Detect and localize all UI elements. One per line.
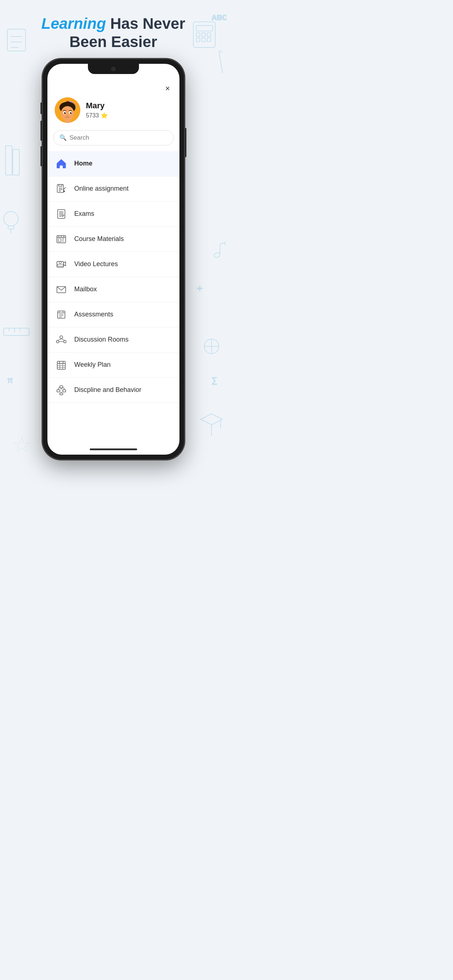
svg-rect-106 [63, 390, 65, 392]
search-icon: 🔍 [59, 134, 67, 141]
menu-label-online-assignment: Online assignment [74, 185, 129, 192]
svg-rect-105 [57, 390, 60, 392]
svg-line-13 [219, 51, 222, 73]
menu-item-weekly-plan[interactable]: Weekly Plan [48, 353, 179, 378]
menu-item-mailbox[interactable]: Mailbox [48, 277, 179, 302]
svg-rect-5 [196, 25, 213, 31]
menu-label-assessments: Assessments [74, 310, 113, 318]
search-bar[interactable]: 🔍 [53, 130, 174, 145]
discipline-behavior-icon [55, 383, 68, 397]
svg-point-55 [67, 115, 68, 116]
user-points: 5733 ⭐ [86, 112, 108, 119]
home-bar [48, 444, 179, 455]
svg-text:∑: ∑ [212, 375, 217, 385]
menu-label-discussion-rooms: Discussion Rooms [74, 336, 129, 344]
close-button[interactable]: × [162, 83, 174, 94]
svg-line-93 [57, 339, 61, 340]
search-input[interactable] [70, 134, 167, 142]
svg-rect-22 [5, 146, 12, 175]
menu-list: Home [48, 151, 179, 444]
svg-rect-107 [60, 393, 63, 395]
svg-rect-8 [207, 33, 211, 37]
svg-point-28 [4, 212, 18, 226]
svg-point-91 [56, 340, 59, 343]
power-button [185, 128, 187, 157]
svg-rect-29 [8, 226, 14, 229]
svg-line-94 [61, 339, 65, 340]
menu-label-exams: Exams [74, 210, 94, 218]
svg-rect-56 [65, 120, 70, 123]
menu-item-course-materials[interactable]: Course Materials [48, 227, 179, 252]
menu-item-exams[interactable]: Exams [48, 202, 179, 227]
svg-rect-7 [202, 33, 205, 37]
header-line2: Been Easier [69, 33, 157, 50]
svg-rect-6 [196, 33, 200, 37]
assessments-icon [55, 308, 68, 321]
svg-point-90 [60, 336, 63, 339]
svg-point-53 [65, 112, 65, 113]
volume-down-button [40, 146, 42, 166]
user-name: Mary [86, 101, 108, 110]
svg-marker-24 [201, 414, 222, 425]
svg-rect-59 [59, 185, 62, 186]
mute-button [40, 102, 42, 114]
svg-rect-72 [58, 239, 61, 242]
phone-screen: × [48, 64, 179, 455]
svg-rect-9 [196, 38, 200, 41]
course-materials-icon [55, 232, 68, 246]
user-info: Mary 5733 ⭐ [86, 101, 108, 119]
svg-point-80 [59, 261, 61, 264]
svg-rect-81 [57, 264, 64, 266]
svg-text:ABC: ABC [212, 13, 226, 22]
menu-item-video-lectures[interactable]: Video Lectures [48, 252, 179, 277]
svg-marker-27 [14, 438, 29, 452]
camera [111, 67, 116, 71]
header-highlight: Learning [41, 15, 106, 32]
menu-item-online-assignment[interactable]: Online assignment [48, 177, 179, 202]
notch [88, 64, 139, 74]
menu-item-assessments[interactable]: Assessments [48, 302, 179, 328]
weekly-plan-icon [55, 358, 68, 372]
video-lectures-icon [55, 258, 68, 271]
menu-item-home[interactable]: Home [48, 151, 179, 177]
svg-text:π: π [7, 375, 13, 385]
menu-label-discipline-behavior: Discpline and Behavior [74, 386, 142, 394]
menu-label-video-lectures: Video Lectures [74, 260, 118, 268]
svg-rect-10 [202, 38, 205, 41]
phone-frame: × [42, 59, 185, 460]
svg-point-52 [70, 112, 72, 114]
menu-label-weekly-plan: Weekly Plan [74, 361, 111, 369]
svg-point-31 [214, 252, 220, 258]
header: Learning Has Never Been Easier [41, 14, 185, 51]
mailbox-icon [55, 283, 68, 296]
svg-point-51 [64, 112, 65, 114]
avatar [55, 97, 80, 123]
svg-point-54 [71, 112, 72, 113]
svg-rect-23 [13, 150, 19, 175]
menu-item-discussion-rooms[interactable]: Discussion Rooms [48, 328, 179, 353]
close-button-area: × [48, 80, 179, 94]
svg-line-33 [220, 242, 225, 244]
svg-rect-57 [60, 165, 63, 168]
svg-point-92 [64, 340, 66, 343]
svg-rect-15 [4, 328, 29, 336]
svg-rect-104 [60, 386, 63, 388]
user-profile: Mary 5733 ⭐ [48, 94, 179, 129]
menu-label-home: Home [74, 160, 93, 167]
volume-up-button [40, 121, 42, 141]
svg-rect-65 [57, 210, 65, 218]
svg-point-48 [61, 106, 74, 121]
menu-label-course-materials: Course Materials [74, 235, 124, 243]
home-indicator [90, 449, 137, 450]
menu-label-mailbox: Mailbox [74, 285, 97, 293]
discussion-rooms-icon [55, 333, 68, 346]
screen-content: × [48, 64, 179, 455]
svg-rect-96 [57, 361, 65, 369]
svg-text:÷: ÷ [197, 283, 203, 294]
header-rest: Has Never [106, 15, 185, 32]
exams-icon [55, 207, 68, 221]
menu-item-discipline-behavior[interactable]: Discpline and Behavior [48, 378, 179, 403]
svg-rect-11 [207, 38, 211, 41]
home-icon [55, 157, 68, 170]
online-assignment-icon [55, 182, 68, 196]
